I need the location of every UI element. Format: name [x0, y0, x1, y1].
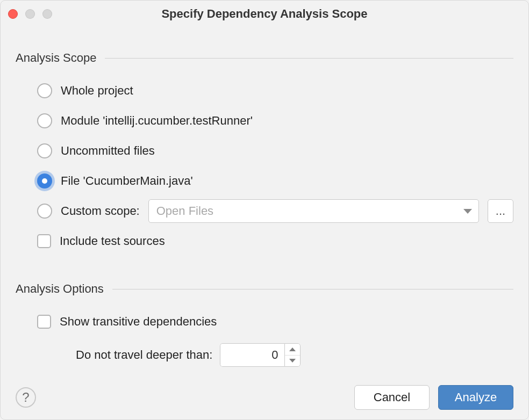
cancel-button[interactable]: Cancel	[354, 385, 430, 410]
radio-file-row[interactable]: File 'CucumberMain.java'	[37, 166, 513, 196]
depth-input[interactable]: 0	[220, 343, 284, 367]
depth-label: Do not travel deeper than:	[76, 348, 212, 362]
radio-whole-project-row[interactable]: Whole project	[37, 76, 513, 106]
radio-custom-row: Custom scope: Open Files ...	[37, 196, 513, 226]
titlebar: Specify Dependency Analysis Scope	[1, 1, 528, 27]
cancel-button-label: Cancel	[374, 390, 410, 404]
custom-scope-value: Open Files	[156, 204, 213, 218]
chevron-down-icon	[463, 209, 472, 214]
analyze-button-label: Analyze	[455, 390, 497, 404]
include-tests-row[interactable]: Include test sources	[37, 226, 513, 256]
divider	[112, 289, 513, 289]
options-section-label: Analysis Options	[16, 282, 104, 296]
custom-scope-browse-button[interactable]: ...	[488, 199, 513, 223]
radio-whole-project-label: Whole project	[61, 84, 133, 98]
radio-whole-project[interactable]	[37, 83, 52, 98]
minimize-window-button[interactable]	[25, 9, 35, 19]
window-controls	[8, 9, 52, 19]
include-tests-label: Include test sources	[60, 234, 165, 248]
radio-custom-scope[interactable]	[37, 204, 52, 219]
radio-uncommitted-row[interactable]: Uncommitted files	[37, 136, 513, 166]
radio-module-label: Module 'intellij.cucumber.testRunner'	[61, 114, 253, 128]
analyze-button[interactable]: Analyze	[438, 385, 513, 410]
zoom-window-button[interactable]	[42, 9, 52, 19]
help-button[interactable]: ?	[16, 387, 36, 408]
radio-file-label: File 'CucumberMain.java'	[61, 174, 193, 188]
radio-file[interactable]	[37, 173, 52, 189]
depth-decrement-button[interactable]	[285, 356, 300, 367]
transitive-label: Show transitive dependencies	[60, 315, 217, 329]
radio-module[interactable]	[37, 113, 52, 128]
transitive-row[interactable]: Show transitive dependencies	[37, 307, 513, 337]
help-icon: ?	[22, 390, 29, 405]
close-window-button[interactable]	[8, 9, 18, 19]
dialog-content: Analysis Scope Whole project Module 'int…	[1, 27, 528, 369]
dialog-window: Specify Dependency Analysis Scope Analys…	[0, 0, 529, 420]
options-group: Show transitive dependencies Do not trav…	[16, 307, 513, 369]
transitive-checkbox[interactable]	[37, 315, 51, 329]
radio-module-row[interactable]: Module 'intellij.cucumber.testRunner'	[37, 106, 513, 136]
radio-uncommitted[interactable]	[37, 143, 52, 158]
scope-section-header: Analysis Scope	[16, 51, 513, 65]
ellipsis-icon: ...	[496, 204, 505, 218]
radio-uncommitted-label: Uncommitted files	[61, 144, 155, 158]
dialog-footer: ? Cancel Analyze	[16, 385, 513, 410]
include-tests-checkbox[interactable]	[37, 234, 51, 248]
custom-scope-combo[interactable]: Open Files	[148, 199, 479, 223]
depth-row: Do not travel deeper than: 0	[37, 341, 513, 369]
chevron-up-icon	[289, 347, 296, 351]
depth-increment-button[interactable]	[285, 344, 300, 356]
depth-stepper	[284, 343, 301, 367]
depth-spinner: 0	[220, 343, 301, 367]
options-section-header: Analysis Options	[16, 282, 513, 296]
chevron-down-icon	[289, 359, 296, 363]
dialog-title: Specify Dependency Analysis Scope	[1, 7, 528, 21]
scope-section-label: Analysis Scope	[16, 51, 96, 65]
scope-group: Whole project Module 'intellij.cucumber.…	[16, 76, 513, 256]
divider	[105, 58, 513, 59]
radio-custom-scope-label: Custom scope:	[61, 204, 140, 218]
